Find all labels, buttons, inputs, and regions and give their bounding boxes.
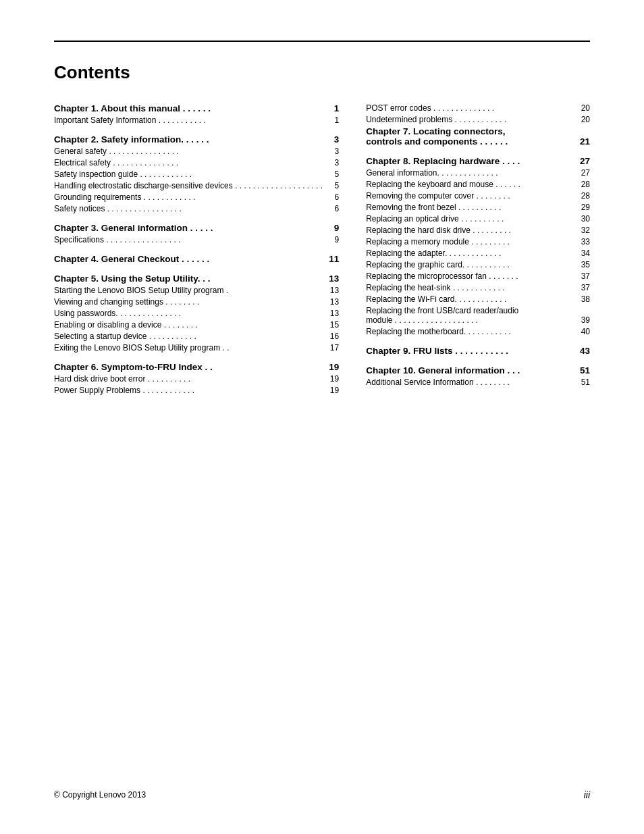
toc-chapter-label: Chapter 2. Safety information. . . . . . bbox=[54, 134, 323, 145]
toc-sub-entry: Replacing the graphic card. . . . . . . … bbox=[366, 260, 590, 269]
toc-sub-page: 13 bbox=[323, 297, 339, 307]
toc-chapter-page: 3 bbox=[323, 134, 339, 145]
toc-chapter-label: Chapter 5. Using the Setup Utility. . . bbox=[54, 273, 323, 284]
toc-sub-label: Starting the Lenovo BIOS Setup Utility p… bbox=[54, 286, 323, 295]
toc-sub-label: Replacing an optical drive . . . . . . .… bbox=[366, 214, 574, 224]
toc-sub-entry: Safety notices . . . . . . . . . . . . .… bbox=[54, 204, 339, 213]
toc-chapter-page: 27 bbox=[574, 156, 590, 166]
toc-sub-label: Hard disk drive boot error . . . . . . .… bbox=[54, 374, 323, 384]
toc-sub-label: Viewing and changing settings . . . . . … bbox=[54, 297, 323, 307]
toc-sub-page: 13 bbox=[323, 309, 339, 318]
toc-sub-page: 38 bbox=[574, 294, 590, 304]
toc-chapter-page: 43 bbox=[574, 346, 590, 356]
toc-chapter-label: Chapter 4. General Checkout . . . . . . bbox=[54, 254, 323, 264]
toc-chapter-page: 51 bbox=[574, 365, 590, 375]
toc-sub-label: Removing the computer cover . . . . . . … bbox=[366, 191, 574, 201]
toc-sub-label: Safety notices . . . . . . . . . . . . .… bbox=[54, 204, 323, 213]
toc-left-column: Chapter 1. About this manual . . . . . .… bbox=[54, 103, 339, 397]
toc-chapter-page: 9 bbox=[323, 223, 339, 233]
toc-sub-page: 3 bbox=[323, 158, 339, 167]
toc-right-column: POST error codes . . . . . . . . . . . .… bbox=[366, 103, 590, 397]
toc-sub-page: 40 bbox=[574, 327, 590, 336]
toc-sub-page: 32 bbox=[574, 226, 590, 235]
toc-sub-label: Grounding requirements . . . . . . . . .… bbox=[54, 192, 323, 202]
toc-sub-page: 9 bbox=[323, 235, 339, 244]
toc-sub-entry: Selecting a startup device . . . . . . .… bbox=[54, 332, 339, 341]
toc-sub-entry: Important Safety Information . . . . . .… bbox=[54, 115, 339, 125]
toc-chapter-entry: Chapter 5. Using the Setup Utility. . .1… bbox=[54, 273, 339, 284]
toc-sub-page: 20 bbox=[574, 115, 590, 124]
toc-sub2-line2: module . . . . . . . . . . . . . . . . .… bbox=[366, 315, 574, 325]
toc-sub-label: Replacing the adapter. . . . . . . . . .… bbox=[366, 249, 574, 258]
top-rule bbox=[54, 41, 590, 42]
toc-sub-entry: Removing the front bezel . . . . . . . .… bbox=[366, 203, 590, 212]
toc-chapter-entry: Chapter 8. Replacing hardware . . . .27 bbox=[366, 156, 590, 166]
toc-sub-entry: Additional Service Information . . . . .… bbox=[366, 377, 590, 387]
toc-sub-entry: Replacing the hard disk drive . . . . . … bbox=[366, 226, 590, 235]
toc-sub-page: 15 bbox=[323, 320, 339, 330]
toc-sub-page: 20 bbox=[574, 103, 590, 113]
toc-chapter-label: Chapter 8. Replacing hardware . . . . bbox=[366, 156, 574, 166]
toc-sub-page: 19 bbox=[323, 386, 339, 395]
toc-sub-entry: Grounding requirements . . . . . . . . .… bbox=[54, 192, 339, 202]
toc-sub-label: Removing the front bezel . . . . . . . .… bbox=[366, 203, 574, 212]
toc-sub2-page: 39 bbox=[574, 315, 590, 325]
toc-sub-entry: Hard disk drive boot error . . . . . . .… bbox=[54, 374, 339, 384]
toc-chapter-entry: Chapter 4. General Checkout . . . . . .1… bbox=[54, 254, 339, 264]
toc-sub-entry: Handling electrostatic discharge-sensiti… bbox=[54, 181, 339, 190]
toc-sub-page: 28 bbox=[574, 191, 590, 201]
toc-sub-entry: Replacing a memory module . . . . . . . … bbox=[366, 237, 590, 246]
toc-sub-entry: Replacing the keyboard and mouse . . . .… bbox=[366, 180, 590, 189]
toc-sub-entry: Replacing the heat-sink . . . . . . . . … bbox=[366, 283, 590, 292]
toc-sub-label: POST error codes . . . . . . . . . . . .… bbox=[366, 103, 574, 113]
toc-chapter2-entry: Chapter 7. Locating connectors,controls … bbox=[366, 126, 590, 147]
toc-sub-label: Selecting a startup device . . . . . . .… bbox=[54, 332, 323, 341]
toc-sub-entry: Starting the Lenovo BIOS Setup Utility p… bbox=[54, 286, 339, 295]
toc-sub-entry: Viewing and changing settings . . . . . … bbox=[54, 297, 339, 307]
toc-sub-page: 37 bbox=[574, 283, 590, 292]
toc-sub-entry: General information. . . . . . . . . . .… bbox=[366, 168, 590, 178]
toc-chapter-label: Chapter 3. General information . . . . . bbox=[54, 223, 323, 233]
toc-sub-page: 16 bbox=[323, 332, 339, 341]
toc-chapter-entry: Chapter 10. General information . . .51 bbox=[366, 365, 590, 375]
toc-sub2-line1: Replacing the front USB/card reader/audi… bbox=[366, 306, 518, 315]
toc-sub-entry: Replacing the Wi-Fi card. . . . . . . . … bbox=[366, 294, 590, 304]
toc-sub2-entry: Replacing the front USB/card reader/audi… bbox=[366, 306, 590, 325]
toc-sub-page: 51 bbox=[574, 377, 590, 387]
page-container: Contents Chapter 1. About this manual . … bbox=[0, 0, 644, 834]
toc-sub-label: Replacing a memory module . . . . . . . … bbox=[366, 237, 574, 246]
toc-sub-entry: Enabling or disabling a device . . . . .… bbox=[54, 320, 339, 330]
toc-sub-label: Replacing the graphic card. . . . . . . … bbox=[366, 260, 574, 269]
toc-chapter-label: Chapter 6. Symptom-to-FRU Index . . bbox=[54, 362, 323, 372]
toc-columns: Chapter 1. About this manual . . . . . .… bbox=[54, 103, 590, 397]
toc-sub-label: Replacing the Wi-Fi card. . . . . . . . … bbox=[366, 294, 574, 304]
toc-sub-label: Safety inspection guide . . . . . . . . … bbox=[54, 170, 323, 179]
toc-sub-page: 1 bbox=[323, 115, 339, 125]
toc-sub-label: Handling electrostatic discharge-sensiti… bbox=[54, 181, 323, 190]
toc-chapter-entry: Chapter 9. FRU lists . . . . . . . . . .… bbox=[366, 346, 590, 356]
toc-sub-entry: Replacing the adapter. . . . . . . . . .… bbox=[366, 249, 590, 258]
footer-copyright: © Copyright Lenovo 2013 bbox=[54, 790, 146, 800]
toc-sub-entry: Using passwords. . . . . . . . . . . . .… bbox=[54, 309, 339, 318]
toc-chapter-label: Chapter 9. FRU lists . . . . . . . . . .… bbox=[366, 346, 574, 356]
toc-sub-page: 27 bbox=[574, 168, 590, 178]
toc-sub-page: 35 bbox=[574, 260, 590, 269]
toc-sub-label: Important Safety Information . . . . . .… bbox=[54, 115, 323, 125]
toc-sub-page: 5 bbox=[323, 181, 339, 190]
toc-sub-page: 17 bbox=[323, 343, 339, 353]
toc-sub-label: Replacing the hard disk drive . . . . . … bbox=[366, 226, 574, 235]
toc-sub-label: General safety . . . . . . . . . . . . .… bbox=[54, 147, 323, 156]
toc-sub-label: Replacing the heat-sink . . . . . . . . … bbox=[366, 283, 574, 292]
toc-chapter-page: 11 bbox=[323, 254, 339, 264]
toc-sub-entry: Replacing the microprocessor fan . . . .… bbox=[366, 271, 590, 281]
toc-chapter-entry: Chapter 3. General information . . . . .… bbox=[54, 223, 339, 233]
toc-sub-page: 30 bbox=[574, 214, 590, 224]
toc-sub-entry: Replacing the motherboard. . . . . . . .… bbox=[366, 327, 590, 336]
toc-sub-entry: POST error codes . . . . . . . . . . . .… bbox=[366, 103, 590, 113]
toc-sub-label: Undetermined problems . . . . . . . . . … bbox=[366, 115, 574, 124]
toc-sub-page: 37 bbox=[574, 271, 590, 281]
toc-chapter-entry: Chapter 1. About this manual . . . . . .… bbox=[54, 103, 339, 113]
toc-sub-page: 5 bbox=[323, 170, 339, 179]
toc-sub-page: 6 bbox=[323, 204, 339, 213]
toc-sub-label: Power Supply Problems . . . . . . . . . … bbox=[54, 386, 323, 395]
